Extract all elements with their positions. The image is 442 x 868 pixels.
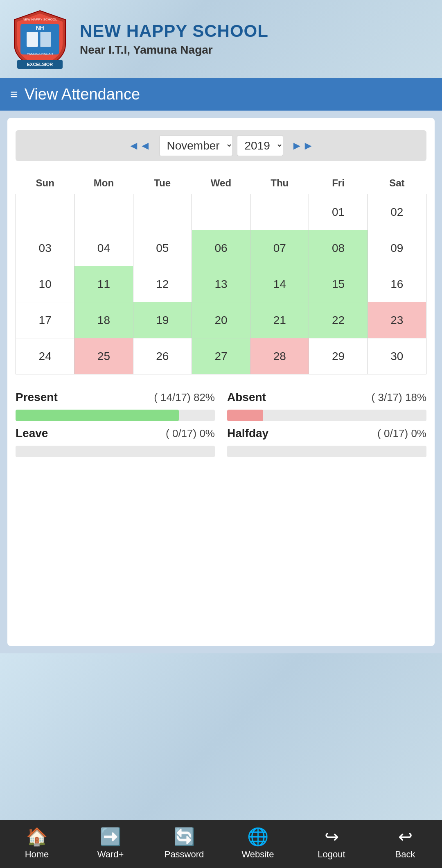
logout-icon: ↪ <box>325 827 339 847</box>
calendar-week-2: 10111213141516 <box>16 266 426 302</box>
nav-ward[interactable]: ➡️ Ward+ <box>74 827 147 860</box>
day-header-wed: Wed <box>192 172 250 194</box>
calendar-day[interactable]: 06 <box>192 230 250 266</box>
calendar-day[interactable]: 26 <box>133 338 192 374</box>
leave-value: ( 0/17) 0% <box>166 427 215 440</box>
back-label: Back <box>395 849 415 860</box>
main-content: ◄◄ November 2019 ►► SunMonTueWedThuFriSa… <box>7 118 435 646</box>
halfday-label: Halfday <box>227 427 268 440</box>
home-icon: 🏠 <box>26 827 47 847</box>
home-label: Home <box>25 849 49 860</box>
nav-back[interactable]: ↩ Back <box>368 827 442 860</box>
calendar-day[interactable]: 02 <box>368 194 426 230</box>
bottom-nav: 🏠 Home ➡️ Ward+ 🔄 Password 🌐 Website ↪ L… <box>0 820 442 868</box>
svg-text:YAMUNA NAGAR: YAMUNA NAGAR <box>27 52 53 56</box>
present-stat: Present ( 14/17) 82% <box>16 391 215 421</box>
calendar-day[interactable]: 10 <box>16 266 74 302</box>
logout-label: Logout <box>318 849 345 860</box>
halfday-stat: Halfday ( 0/17) 0% <box>227 427 426 457</box>
calendar-day <box>74 194 133 230</box>
svg-text:EXCELSIOR: EXCELSIOR <box>27 62 53 67</box>
logo-container: NH EXCELSIOR NEW HAPPY SCHOOL YAMUNA NAG… <box>8 7 72 71</box>
svg-rect-2 <box>40 32 51 47</box>
calendar-day <box>16 194 74 230</box>
calendar-day[interactable]: 30 <box>368 338 426 374</box>
background-area <box>0 653 442 820</box>
calendar-day[interactable]: 04 <box>74 230 133 266</box>
calendar-day[interactable]: 09 <box>368 230 426 266</box>
calendar-week-4: 24252627282930 <box>16 338 426 374</box>
calendar-day <box>192 194 250 230</box>
calendar-day[interactable]: 03 <box>16 230 74 266</box>
calendar-day[interactable]: 12 <box>133 266 192 302</box>
halfday-bar-container <box>227 446 426 457</box>
stats-section: Present ( 14/17) 82% Absent ( 3/17) 18% <box>16 387 426 467</box>
calendar-week-0: 0102 <box>16 194 426 230</box>
svg-text:NEW HAPPY SCHOOL: NEW HAPPY SCHOOL <box>23 18 57 21</box>
calendar-week-3: 17181920212223 <box>16 302 426 338</box>
day-header-thu: Thu <box>250 172 309 194</box>
prev-year-button[interactable]: ◄◄ <box>124 138 155 154</box>
calendar-day <box>133 194 192 230</box>
day-header-sat: Sat <box>368 172 426 194</box>
absent-value: ( 3/17) 18% <box>372 391 426 404</box>
calendar-day <box>250 194 309 230</box>
halfday-value: ( 0/17) 0% <box>377 427 426 440</box>
ward-icon: ➡️ <box>100 827 121 847</box>
calendar-day[interactable]: 20 <box>192 302 250 338</box>
calendar-day[interactable]: 19 <box>133 302 192 338</box>
back-icon: ↩ <box>398 827 413 847</box>
calendar-day[interactable]: 28 <box>250 338 309 374</box>
calendar-day[interactable]: 17 <box>16 302 74 338</box>
calendar-day[interactable]: 21 <box>250 302 309 338</box>
nav-bar: ≡ View Attendance <box>0 78 442 111</box>
nav-password[interactable]: 🔄 Password <box>147 827 221 860</box>
menu-icon: ≡ <box>10 87 18 102</box>
month-select[interactable]: November <box>159 135 233 156</box>
page-title: View Attendance <box>25 86 140 103</box>
nav-logout[interactable]: ↪ Logout <box>295 827 368 860</box>
day-header-fri: Fri <box>309 172 368 194</box>
school-name: NEW HAPPY SCHOOL <box>80 22 268 41</box>
day-header-mon: Mon <box>74 172 133 194</box>
calendar-day[interactable]: 16 <box>368 266 426 302</box>
absent-bar <box>227 410 263 421</box>
calendar-day[interactable]: 18 <box>74 302 133 338</box>
leave-label: Leave <box>16 427 48 440</box>
calendar-day[interactable]: 05 <box>133 230 192 266</box>
calendar-day[interactable]: 13 <box>192 266 250 302</box>
next-year-button[interactable]: ►► <box>287 138 318 154</box>
calendar-day[interactable]: 22 <box>309 302 368 338</box>
year-select[interactable]: 2019 <box>237 135 283 156</box>
present-bar <box>16 410 179 421</box>
svg-rect-1 <box>27 32 38 47</box>
calendar-day[interactable]: 07 <box>250 230 309 266</box>
password-label: Password <box>165 849 204 860</box>
nav-website[interactable]: 🌐 Website <box>221 827 295 860</box>
website-label: Website <box>241 849 274 860</box>
header: NH EXCELSIOR NEW HAPPY SCHOOL YAMUNA NAG… <box>0 0 442 78</box>
absent-bar-container <box>227 410 426 421</box>
calendar-day[interactable]: 23 <box>368 302 426 338</box>
header-text: NEW HAPPY SCHOOL Near I.T.I, Yamuna Naga… <box>80 22 268 56</box>
calendar-day[interactable]: 24 <box>16 338 74 374</box>
calendar-table: SunMonTueWedThuFriSat 010203040506070809… <box>16 172 426 374</box>
password-icon: 🔄 <box>174 827 195 847</box>
calendar-day[interactable]: 15 <box>309 266 368 302</box>
stats-row-2: Leave ( 0/17) 0% Halfday ( 0/17) 0% <box>16 427 426 457</box>
calendar-day[interactable]: 25 <box>74 338 133 374</box>
website-icon: 🌐 <box>247 827 268 847</box>
stats-row-1: Present ( 14/17) 82% Absent ( 3/17) 18% <box>16 391 426 421</box>
calendar-day[interactable]: 08 <box>309 230 368 266</box>
absent-label: Absent <box>227 391 266 404</box>
present-label: Present <box>16 391 58 404</box>
calendar-day[interactable]: 01 <box>309 194 368 230</box>
calendar-day[interactable]: 27 <box>192 338 250 374</box>
present-value: ( 14/17) 82% <box>154 391 215 404</box>
leave-stat: Leave ( 0/17) 0% <box>16 427 215 457</box>
calendar-day[interactable]: 11 <box>74 266 133 302</box>
nav-home[interactable]: 🏠 Home <box>0 827 74 860</box>
calendar-day[interactable]: 14 <box>250 266 309 302</box>
absent-stat: Absent ( 3/17) 18% <box>227 391 426 421</box>
calendar-day[interactable]: 29 <box>309 338 368 374</box>
